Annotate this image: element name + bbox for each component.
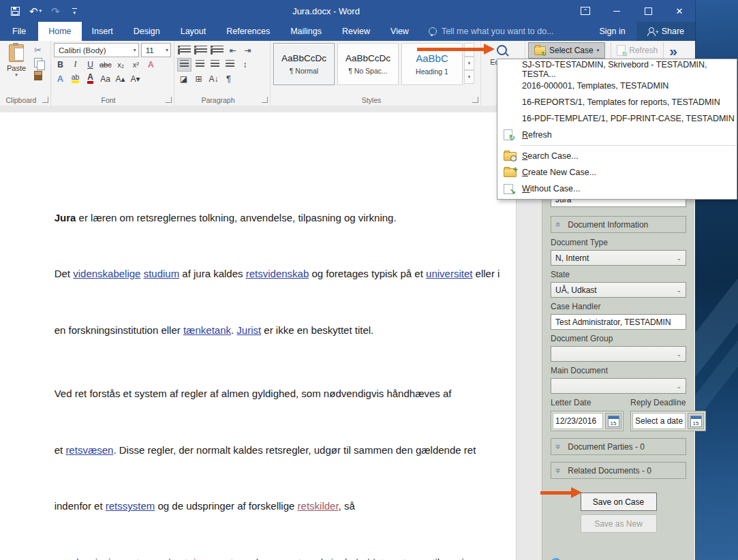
paragraph-button[interactable] <box>194 44 208 57</box>
collapsed-section-header[interactable]: » Document Parties - 0 <box>551 438 686 455</box>
styles-scroll-button[interactable]: ▾ <box>464 70 474 84</box>
case-action-menu-item[interactable]: Create New Case... <box>497 164 737 181</box>
ribbon-tab[interactable]: Insert <box>82 22 123 41</box>
letter-date-input[interactable] <box>553 413 603 429</box>
dialog-launcher-icon[interactable] <box>472 97 478 103</box>
field-control[interactable]: UÅ, Udkast ⌄ <box>551 282 686 298</box>
undo-button[interactable]: ↶▾ <box>29 6 42 16</box>
paste-button[interactable]: Paste ▾ <box>3 43 30 82</box>
customize-qat-button[interactable]: ▾ <box>72 8 77 14</box>
save-on-case-button[interactable]: Save on Case <box>581 493 657 511</box>
minimize-button[interactable] <box>601 0 632 22</box>
paragraph-button[interactable]: ⊞ <box>192 73 205 85</box>
document-information-header[interactable]: « Document Information <box>551 216 686 233</box>
paragraph-button[interactable]: A↓ <box>207 73 220 85</box>
dialog-launcher-icon[interactable] <box>42 97 48 103</box>
share-button[interactable]: + Share <box>636 22 695 41</box>
ribbon-tab[interactable]: References <box>216 22 280 41</box>
close-button[interactable]: ✕ <box>664 0 695 22</box>
select-case-button[interactable]: Select Case ▾ <box>528 42 605 59</box>
tell-me-box[interactable]: Tell me what you want to do... <box>429 22 554 41</box>
paragraph-button[interactable]: ⇤ <box>226 44 239 57</box>
field-control[interactable]: Test Administrator, TESTADMIN <box>551 314 686 330</box>
group-label: Font <box>51 96 166 104</box>
ribbon-display-options-icon: ⌃ <box>581 7 590 15</box>
paragraph-button[interactable] <box>209 59 221 71</box>
field-control[interactable]: ⌄ <box>551 346 686 362</box>
style-card[interactable]: AaBbCcDc ¶ No Spac... <box>337 43 399 85</box>
ribbon-tab[interactable]: Design <box>123 22 170 41</box>
font-name-combo[interactable]: Calibri (Body) ▾ <box>54 43 139 57</box>
redo-button[interactable]: ↷ <box>51 6 60 16</box>
styles-scroll-button[interactable]: ▾ <box>464 57 474 70</box>
refresh-button-disabled[interactable]: Refresh <box>617 43 658 58</box>
ribbon-display-options-button[interactable]: ⌃ <box>570 0 601 22</box>
paragraph-button[interactable]: ◪ <box>177 73 190 85</box>
save-as-new-button[interactable]: Save as New <box>581 514 657 533</box>
recent-case-menu-item[interactable]: SJ-STD-TESTADMIN, Skrivebord - TESTADMIN… <box>497 61 737 78</box>
maximize-button[interactable] <box>632 0 664 22</box>
case-action-menu-item[interactable]: Refresh <box>497 127 737 143</box>
chevron-down-icon: ▾ <box>162 47 168 53</box>
field-control[interactable]: ⌄ <box>551 378 686 394</box>
paragraph-button[interactable] <box>210 44 224 57</box>
ribbon-tab[interactable]: View <box>380 22 419 41</box>
copy-button[interactable] <box>31 57 44 69</box>
font-format-button[interactable]: A▾ <box>129 73 142 85</box>
close-icon: ✕ <box>676 6 683 16</box>
font-format-button[interactable]: A <box>144 59 157 71</box>
ribbon-tab[interactable]: Review <box>332 22 380 41</box>
paragraph-button[interactable]: ⇥ <box>241 44 254 57</box>
recent-case-menu-item[interactable]: 16-REPORTS/1, Templates for reports, TES… <box>497 94 737 110</box>
recent-case-menu-item[interactable]: 2016-000001, Templates, TESTADMIN <box>497 78 737 94</box>
font-format-button[interactable]: I <box>69 59 82 71</box>
format-painter-button[interactable] <box>31 69 44 82</box>
field-label: Main Document <box>551 366 686 377</box>
font-format-button[interactable]: abc <box>99 59 112 71</box>
field-control[interactable]: N, Internt ⌄ <box>551 250 686 266</box>
font-size-combo[interactable]: 11 ▾ <box>141 43 171 57</box>
share-person-icon: + <box>647 27 657 35</box>
dialog-launcher-icon[interactable] <box>166 97 172 103</box>
field-label: Case Handler <box>551 302 686 313</box>
group-label: Paragraph <box>174 96 262 104</box>
save-button[interactable] <box>11 7 20 16</box>
ribbon-tab[interactable]: Mailings <box>280 22 332 41</box>
paragraph-button[interactable]: ¶ <box>222 73 235 85</box>
font-format-button[interactable]: A <box>84 73 97 85</box>
letter-date-calendar-button[interactable]: 15 <box>605 413 621 429</box>
reply-deadline-input[interactable] <box>632 413 686 429</box>
paragraph-button[interactable] <box>177 58 191 72</box>
more-commands-button[interactable]: » <box>669 43 676 59</box>
font-format-button[interactable]: A <box>54 73 67 85</box>
reply-deadline-calendar-button[interactable]: 15 <box>688 413 704 429</box>
ribbon-tab[interactable]: Home <box>38 22 81 41</box>
font-format-button[interactable]: A▴ <box>114 73 127 85</box>
font-format-button[interactable]: B <box>54 59 67 71</box>
font-format-button[interactable]: x² <box>129 59 142 71</box>
sign-in-button[interactable]: Sign in <box>588 22 636 41</box>
ribbon-tab[interactable]: File <box>0 22 38 41</box>
case-action-menu-item[interactable]: Without Case... <box>497 181 737 197</box>
chevron-down-icon: » <box>553 468 564 473</box>
font-format-button[interactable]: Aa <box>99 73 112 85</box>
recent-case-menu-item[interactable]: 16-PDF-TEMPLATE/1, PDF-PRINT-CASE, TESTA… <box>497 110 737 127</box>
cut-button[interactable]: ✂ <box>31 44 44 56</box>
menu-item-icon <box>504 168 517 177</box>
field-label: Document Type <box>551 238 686 249</box>
case-action-menu-item[interactable]: Search Case... <box>497 148 737 164</box>
font-format-button[interactable]: ab <box>69 73 82 85</box>
document-page[interactable]: Jura er læren om retsreglernes tolkning,… <box>0 112 517 560</box>
chevron-down-icon: » <box>553 444 564 449</box>
ribbon-tab[interactable]: Layout <box>170 22 217 41</box>
paragraph-button[interactable] <box>194 59 206 71</box>
paragraph-button[interactable] <box>177 44 191 57</box>
font-format-button[interactable]: x₂ <box>114 59 127 71</box>
paragraph-button[interactable]: ↕ <box>239 59 251 71</box>
font-format-button[interactable]: U <box>84 59 97 71</box>
calendar-icon: 15 <box>690 416 702 427</box>
style-card[interactable]: AaBbCcDc ¶ Normal <box>273 43 335 85</box>
dialog-launcher-icon[interactable] <box>262 97 268 103</box>
paragraph-button[interactable] <box>224 59 236 71</box>
collapsed-section-header[interactable]: » Related Documents - 0 <box>551 462 686 479</box>
